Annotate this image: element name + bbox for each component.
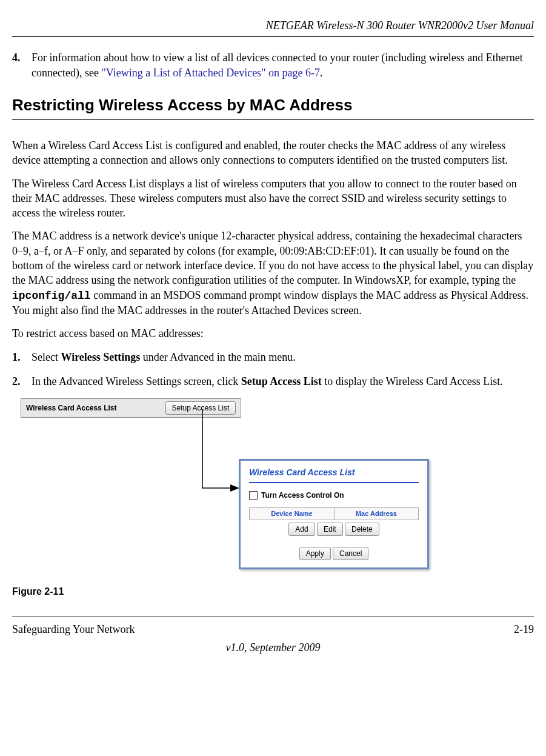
- edit-button[interactable]: Edit: [317, 523, 343, 536]
- step2-bold: Setup Access List: [241, 375, 322, 387]
- step-number: 4.: [12, 50, 32, 80]
- dialog-buttons: Apply Cancel: [249, 547, 419, 560]
- figure-caption: Figure 2-11: [12, 585, 534, 598]
- page-header-title: NETGEAR Wireless-N 300 Router WNR2000v2 …: [12, 18, 534, 33]
- setup-access-list-button[interactable]: Setup Access List: [165, 401, 236, 415]
- footer-left: Safeguarding Your Network: [12, 622, 135, 637]
- figure-2-11: Wireless Card Access List Setup Access L…: [21, 398, 534, 580]
- cancel-button[interactable]: Cancel: [333, 547, 368, 560]
- footer-page-number: 2-19: [514, 622, 534, 637]
- step-4: 4. For information about how to view a l…: [12, 50, 534, 80]
- device-table: Device Name Mac Address: [249, 507, 419, 520]
- wireless-card-access-list-label: Wireless Card Access List: [26, 403, 117, 413]
- step-2: 2. In the Advanced Wireless Settings scr…: [12, 374, 534, 389]
- step2-before: In the Advanced Wireless Settings screen…: [32, 375, 241, 387]
- checkbox-label: Turn Access Control On: [261, 490, 344, 500]
- step2-after: to display the Wireless Card Access List…: [322, 375, 503, 387]
- footer-row: Safeguarding Your Network 2-19: [12, 622, 534, 637]
- step-number: 2.: [12, 374, 32, 389]
- settings-row: Wireless Card Access List Setup Access L…: [21, 398, 241, 418]
- col-device-name: Device Name: [250, 508, 335, 520]
- step-content: For information about how to view a list…: [32, 50, 534, 80]
- paragraph-4: To restrict access based on MAC addresse…: [12, 326, 534, 341]
- dialog-divider: [249, 482, 419, 483]
- step-number: 1.: [12, 350, 32, 364]
- access-control-checkbox-row[interactable]: Turn Access Control On: [249, 490, 419, 500]
- header-rule: [12, 36, 534, 37]
- add-button[interactable]: Add: [288, 523, 315, 536]
- apply-button[interactable]: Apply: [299, 547, 331, 560]
- paragraph-2: The Wireless Card Access List displays a…: [12, 176, 534, 221]
- step-content: In the Advanced Wireless Settings screen…: [32, 374, 534, 389]
- wireless-card-access-list-dialog: Wireless Card Access List Turn Access Co…: [239, 459, 429, 569]
- delete-button[interactable]: Delete: [345, 523, 379, 536]
- step1-before: Select: [32, 351, 61, 363]
- link-attached-devices[interactable]: "Viewing a List of Attached Devices" on …: [101, 67, 320, 79]
- section-heading: Restricting Wireless Access by MAC Addre…: [12, 95, 534, 116]
- col-mac-address: Mac Address: [334, 508, 418, 520]
- footer-rule: [12, 617, 534, 617]
- para3-before: The MAC address is a network device's un…: [12, 230, 533, 286]
- heading-rule: [12, 119, 534, 120]
- step1-after: under Advanced in the main menu.: [140, 351, 295, 363]
- paragraph-3: The MAC address is a network device's un…: [12, 229, 534, 318]
- ipconfig-command: ipconfig/all: [12, 290, 91, 302]
- paragraph-1: When a Wireless Card Access List is conf…: [12, 138, 534, 168]
- step4-text-after: .: [320, 67, 323, 79]
- checkbox-icon[interactable]: [249, 491, 258, 500]
- dialog-title: Wireless Card Access List: [249, 467, 419, 478]
- step-1: 1. Select Wireless Settings under Advanc…: [12, 350, 534, 364]
- footer-version: v1.0, September 2009: [12, 640, 534, 655]
- step-content: Select Wireless Settings under Advanced …: [32, 350, 534, 364]
- table-buttons: Add Edit Delete: [249, 523, 419, 536]
- step1-bold: Wireless Settings: [61, 351, 140, 363]
